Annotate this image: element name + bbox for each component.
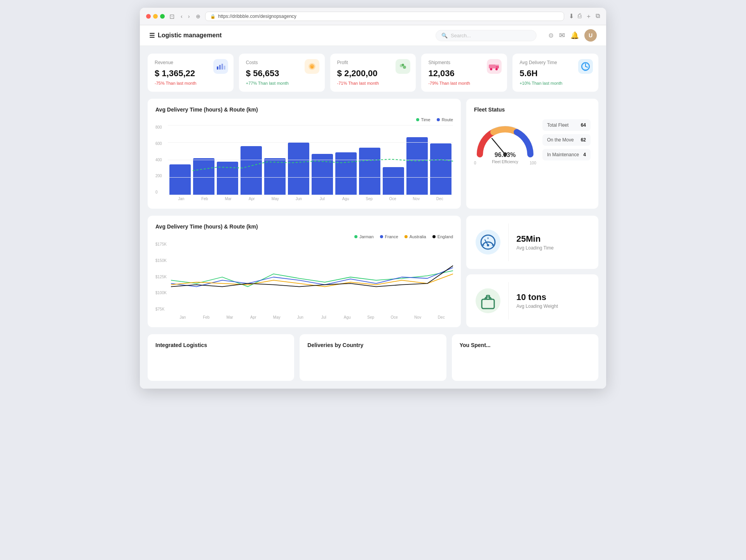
kpi-profit-icon <box>396 59 410 74</box>
filter-icon[interactable]: ⚙ <box>548 32 554 39</box>
bottom-integrated-title: Integrated Logistics <box>155 342 286 348</box>
legend-england-label: England <box>437 234 453 239</box>
lc-x-Dec: Dec <box>430 315 453 319</box>
legend-jarman-label: Jarman <box>359 234 374 239</box>
url-bar[interactable]: 🔒 https://dribbble.com/designopsagency <box>205 12 564 21</box>
gauge-container: 96.63% Fleet Efficiency 0 100 Total Flee… <box>474 117 591 165</box>
mail-icon[interactable]: ✉ <box>559 31 565 40</box>
lc-x-Agu: Agu <box>336 315 359 319</box>
bar-2 <box>217 162 238 195</box>
download-icon[interactable]: ⬇ <box>569 12 574 21</box>
kpi-row: Revenue $ 1,365,22 -75% Than last month … <box>148 54 598 92</box>
metric-weight-desc: Avg Loading Weight <box>516 304 558 309</box>
browser-nav: ‹ › <box>179 12 191 20</box>
lc-x-Sep: Sep <box>359 315 383 319</box>
kpi-delivery-change: +10% Than last month <box>519 81 591 85</box>
y-label-200: 200 <box>155 174 168 178</box>
notification-icon[interactable]: 🔔 <box>570 31 579 40</box>
menu-icon[interactable]: ☰ <box>149 32 155 39</box>
browser-bar: ⊡ ‹ › ⊕ 🔒 https://dribbble.com/designops… <box>140 8 606 25</box>
svg-rect-1 <box>219 65 221 70</box>
kpi-card-costs: Costs $ 56,653 +77% Than last month $ <box>239 54 325 92</box>
bar-x-Agu: Agu <box>334 197 358 201</box>
avatar[interactable]: U <box>584 29 597 42</box>
search-bar[interactable]: 🔍 Search... <box>436 30 537 41</box>
lc-x-Jan: Jan <box>171 315 195 319</box>
line-chart-svg <box>171 242 453 312</box>
svg-point-13 <box>495 68 498 70</box>
line-chart-card: Avg Delivery Time (hours) & Route (km) J… <box>148 216 461 327</box>
kpi-card-shipments: Shipments 12,036 -79% Than last month <box>421 54 507 92</box>
svg-marker-14 <box>496 65 499 66</box>
browser-dots <box>146 14 165 19</box>
metric-divider-1 <box>508 223 509 261</box>
browser-window: ⊡ ‹ › ⊕ 🔒 https://dribbble.com/designops… <box>140 8 606 389</box>
legend-australia-label: Australia <box>410 234 426 239</box>
metric-divider-2 <box>508 282 509 320</box>
bar-x-Apr: Apr <box>240 197 264 201</box>
legend-route: Route <box>437 117 453 122</box>
legend-france-dot <box>380 235 383 238</box>
x-labels-bar: JanFebMarAprMayJunJulAguSepOceNovDec <box>155 195 453 201</box>
gauge-chart: 96.63% Fleet Efficiency <box>474 117 536 164</box>
bar-chart-card: Avg Delivery Time (hours) & Route (km) T… <box>148 99 461 209</box>
header-icons: ⚙ ✉ 🔔 U <box>548 29 597 42</box>
lc-x-Feb: Feb <box>195 315 218 319</box>
bar-11 <box>430 143 451 195</box>
fleet-title: Fleet Status <box>474 106 591 113</box>
bar-7 <box>335 152 357 195</box>
legend-england: England <box>432 234 453 239</box>
bar-x-May: May <box>263 197 287 201</box>
kpi-shipments-change: -79% Than last month <box>428 81 500 85</box>
fleet-maintenance-value: 4 <box>583 152 586 157</box>
bar-4 <box>264 158 286 195</box>
maximize-dot[interactable] <box>160 14 165 19</box>
metric-weight-text: 10 tons Avg Loading Weight <box>516 292 558 309</box>
kpi-card-profit: Profit $ 2,200,00 -71% Than last month <box>330 54 416 92</box>
bar-9 <box>383 167 404 195</box>
sidebar-toggle-icon[interactable]: ⊡ <box>169 13 174 20</box>
search-placeholder: Search... <box>451 33 471 38</box>
new-tab-icon[interactable]: ＋ <box>586 12 592 21</box>
metric-loading-time-desc: Avg Loading Time <box>516 245 554 251</box>
share-icon[interactable]: ⎙ <box>578 12 582 21</box>
legend-time-label: Time <box>421 117 431 122</box>
svg-rect-11 <box>496 66 499 68</box>
fleet-stats: Total Fleet 64 On the Move 62 In Mainten… <box>542 119 591 164</box>
svg-rect-2 <box>221 64 223 70</box>
kpi-costs-icon: $ <box>305 59 319 74</box>
legend-australia-dot <box>404 235 408 238</box>
split-view-icon[interactable]: ⧉ <box>596 12 600 21</box>
charts-row-1: Avg Delivery Time (hours) & Route (km) T… <box>148 99 598 209</box>
svg-text:24: 24 <box>584 69 587 72</box>
bottom-row: Integrated Logistics Deliveries by Count… <box>148 334 598 381</box>
y-label-0: 0 <box>155 190 168 194</box>
legend-australia: Australia <box>404 234 426 239</box>
close-dot[interactable] <box>146 14 151 19</box>
forward-button[interactable]: › <box>186 12 192 20</box>
fleet-move-value: 62 <box>581 137 586 143</box>
legend-time: Time <box>416 117 431 122</box>
bottom-card-spent: You Spent... <box>452 334 598 381</box>
plus-tab-icon[interactable]: ⊕ <box>196 13 200 19</box>
legend-england-dot <box>432 235 436 238</box>
legend-route-dot <box>437 118 440 121</box>
minimize-dot[interactable] <box>153 14 158 19</box>
weight-icon-circle <box>476 288 500 313</box>
metric-loading-time: 25Min Avg Loading Time <box>466 216 598 269</box>
line-chart-area: $75K $100K $125K $150K $175K JanFebMarAp… <box>155 242 453 319</box>
fleet-maintenance-label: In Maintenance <box>547 152 579 157</box>
kpi-costs-change: +77% Than last month <box>246 81 318 85</box>
search-icon: 🔍 <box>441 33 448 38</box>
back-button[interactable]: ‹ <box>179 12 184 20</box>
lc-y-100k: $100K <box>155 291 171 295</box>
weight-icon <box>479 291 497 310</box>
line-chart-legend: Jarman France Australia England <box>155 234 453 239</box>
fleet-stat-maintenance: In Maintenance 4 <box>542 149 591 160</box>
bar-0 <box>169 164 191 195</box>
second-row: Avg Delivery Time (hours) & Route (km) J… <box>148 216 598 327</box>
lc-y-125k: $125K <box>155 275 171 279</box>
legend-time-dot <box>416 118 419 121</box>
kpi-card-delivery-time: Avg Delivery Time 5.6H +10% Than last mo… <box>512 54 598 92</box>
metric-loading-time-value: 25Min <box>516 234 554 244</box>
